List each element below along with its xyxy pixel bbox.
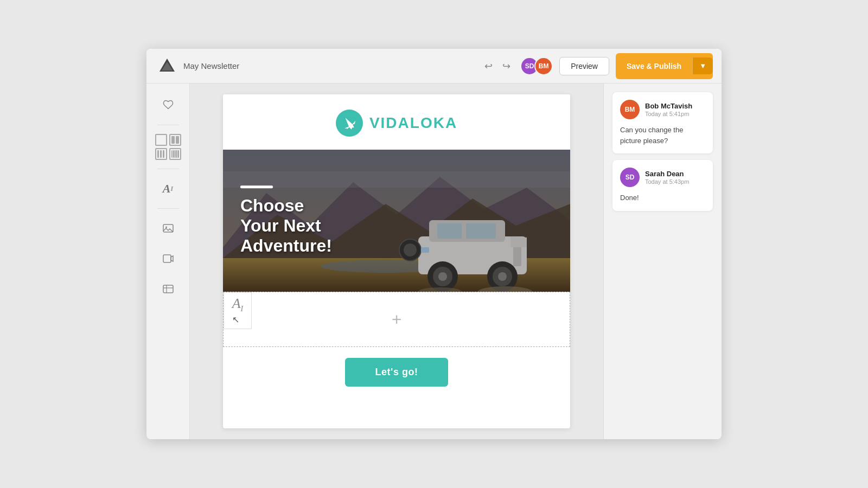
redo-button[interactable]: ↪: [499, 58, 514, 74]
svg-rect-6: [163, 285, 173, 293]
layout-two-col[interactable]: [169, 134, 181, 146]
sidebar-item-text[interactable]: AI: [155, 176, 181, 202]
preview-button[interactable]: Preview: [559, 57, 609, 75]
sidebar-item-video[interactable]: [155, 246, 181, 272]
comment-text-1: Done!: [620, 192, 705, 203]
comment-avatar-bm: BM: [620, 100, 640, 119]
comment-card-1: SD Sarah Dean Today at 5:43pm Done!: [612, 160, 713, 211]
undo-button[interactable]: ↩: [481, 58, 496, 74]
hero-accent-bar: [240, 185, 273, 188]
collaborators-group: SD BM: [520, 57, 553, 75]
email-logo-section: VIDALOKA: [223, 94, 570, 150]
save-publish-button-group: Save & Publish ▼: [616, 53, 713, 79]
svg-rect-4: [163, 255, 171, 262]
app-logo-icon: [157, 56, 177, 76]
comment-text-0: Can you change the picture please?: [620, 125, 705, 146]
comment-time-1: Today at 5:43pm: [645, 178, 705, 185]
email-canvas: VIDALOKA: [223, 94, 570, 428]
text-handle-icon: AI: [232, 297, 244, 313]
main-canvas: VIDALOKA: [190, 84, 603, 439]
brand-name: VIDALOKA: [369, 114, 457, 132]
save-publish-main-button[interactable]: Save & Publish: [616, 57, 692, 75]
comments-panel: BM Bob McTavish Today at 5:41pm Can you …: [603, 84, 722, 439]
email-hero-section: Choose Your Next Adventure!: [223, 150, 570, 292]
sidebar-item-favorites[interactable]: [155, 92, 181, 118]
document-title: May Newsletter: [183, 61, 481, 70]
sidebar-item-social[interactable]: [155, 276, 181, 302]
header: May Newsletter ↩ ↪ SD BM Preview Save & …: [146, 49, 722, 84]
text-block-inner[interactable]: +: [224, 292, 570, 346]
header-actions: ↩ ↪ SD BM Preview Save & Publish ▼: [481, 53, 713, 79]
layout-three-col[interactable]: [155, 148, 167, 160]
body-layout: AI: [146, 84, 722, 439]
comment-header-1: SD Sarah Dean Today at 5:43pm: [620, 168, 705, 187]
svg-marker-5: [171, 256, 173, 261]
block-drag-handle[interactable]: AI ↖: [224, 292, 252, 329]
comment-meta-1: Sarah Dean Today at 5:43pm: [645, 170, 705, 185]
hero-text-block: Choose Your Next Adventure!: [240, 185, 332, 255]
comment-name-0: Bob McTavish: [645, 102, 705, 110]
svg-point-3: [165, 227, 167, 228]
email-cta-section: Let's go!: [223, 347, 570, 397]
add-content-icon[interactable]: +: [392, 311, 402, 328]
save-publish-dropdown-button[interactable]: ▼: [692, 57, 713, 74]
sidebar-divider-2: [157, 169, 179, 169]
comment-time-0: Today at 5:41pm: [645, 111, 705, 117]
sidebar-divider-1: [157, 125, 179, 125]
sidebar-divider-3: [157, 208, 179, 209]
comment-meta-0: Bob McTavish Today at 5:41pm: [645, 102, 705, 117]
cursor-icon: ↖: [232, 314, 244, 325]
vidaloka-logo-circle: [336, 110, 363, 137]
layout-four-col[interactable]: [169, 148, 181, 160]
comment-avatar-sd: SD: [620, 168, 640, 187]
undo-redo-group: ↩ ↪: [481, 58, 514, 74]
cta-button[interactable]: Let's go!: [345, 358, 449, 387]
comment-header-0: BM Bob McTavish Today at 5:41pm: [620, 100, 705, 119]
comment-card-0: BM Bob McTavish Today at 5:41pm Can you …: [612, 92, 713, 153]
layout-single[interactable]: [155, 134, 167, 146]
avatar-bm: BM: [534, 57, 553, 75]
sidebar-item-image[interactable]: [155, 215, 181, 241]
email-content-block: AI ↖ +: [223, 292, 570, 347]
sidebar: AI: [146, 84, 190, 439]
comment-name-1: Sarah Dean: [645, 170, 705, 178]
hero-heading: Choose Your Next Adventure!: [240, 196, 332, 255]
app-window: May Newsletter ↩ ↪ SD BM Preview Save & …: [146, 49, 722, 439]
layout-grid: [153, 132, 183, 162]
